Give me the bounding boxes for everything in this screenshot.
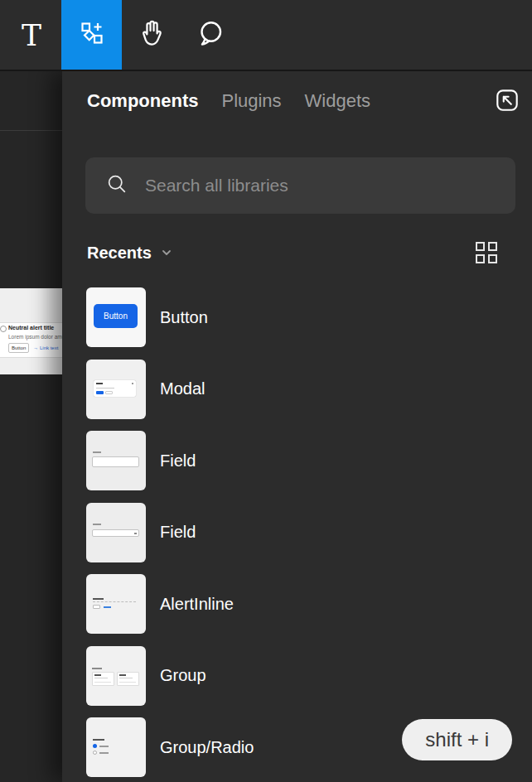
mini-radio-unchecked	[93, 751, 97, 755]
component-label: Modal	[160, 379, 205, 398]
component-thumbnail	[86, 717, 146, 777]
top-toolbar: T	[0, 0, 532, 71]
info-icon	[0, 326, 7, 332]
component-label: Field	[160, 451, 196, 471]
grid-view-toggle[interactable]	[476, 242, 497, 263]
component-label: Field	[160, 523, 196, 542]
mini-button: Button	[94, 304, 138, 328]
insert-pointer-button[interactable]	[492, 87, 522, 117]
component-list-item[interactable]: Field	[86, 431, 517, 490]
component-label: Button	[160, 308, 208, 327]
alert-preview-link: → Link text	[33, 345, 58, 350]
component-list-item[interactable]: Button Button	[86, 287, 517, 347]
alert-preview-frame[interactable]: Neutral alert title Lorem ipsum dolor am…	[0, 288, 62, 374]
components-panel: Components Plugins Widgets Recents	[62, 71, 532, 782]
component-list-item[interactable]: Modal	[86, 360, 517, 419]
chevron-down-icon	[160, 246, 173, 259]
canvas-area[interactable]: Neutral alert title Lorem ipsum dolor am…	[0, 71, 62, 782]
tab-components[interactable]: Components	[87, 90, 198, 112]
grid-icon	[476, 242, 485, 251]
component-list-item[interactable]: Field	[86, 503, 517, 562]
hand-tool-button[interactable]	[131, 0, 172, 70]
alert-preview-button: Button	[8, 343, 29, 353]
recents-dropdown[interactable]: Recents	[87, 244, 152, 263]
search-input[interactable]	[145, 176, 493, 196]
comment-bubble-icon	[196, 18, 225, 51]
component-thumbnail	[86, 574, 146, 634]
alert-preview-title: Neutral alert title	[8, 325, 54, 331]
recents-header: Recents	[87, 240, 515, 265]
component-thumbnail: Button	[86, 287, 146, 347]
component-list-item[interactable]: AlertInline	[86, 574, 517, 634]
search-icon	[105, 172, 128, 199]
search-box[interactable]	[85, 157, 515, 214]
panel-tabs: Components Plugins Widgets	[87, 71, 370, 131]
component-thumbnail	[86, 646, 146, 706]
assets-tool-button[interactable]	[61, 0, 122, 70]
components-icon	[80, 21, 104, 49]
mini-select	[92, 529, 139, 537]
mini-input	[92, 456, 139, 467]
component-label: Group/Radio	[160, 738, 254, 757]
component-thumbnail	[86, 431, 146, 490]
shortcut-badge: shift + i	[402, 719, 512, 760]
recents-list: Button Button Modal Field Field AlertInl…	[86, 287, 517, 782]
component-list-item[interactable]: Group	[86, 646, 517, 706]
component-thumbnail	[86, 503, 146, 562]
text-tool-button[interactable]: T	[12, 0, 51, 70]
canvas-divider	[0, 130, 62, 131]
component-label: AlertInline	[160, 595, 234, 614]
alert-preview-body: Lorem ipsum dolor amet conse	[8, 334, 62, 340]
comment-tool-button[interactable]	[189, 0, 232, 70]
component-label: Group	[160, 666, 206, 685]
hand-icon	[137, 18, 167, 51]
tab-widgets[interactable]: Widgets	[305, 90, 370, 112]
arrow-up-left-box-icon	[493, 86, 521, 118]
mini-radio-checked	[93, 744, 97, 748]
alert-preview-actions: Button → Link text	[8, 343, 58, 353]
mini-modal	[94, 380, 136, 397]
component-thumbnail	[86, 360, 146, 419]
tab-plugins[interactable]: Plugins	[221, 90, 281, 112]
